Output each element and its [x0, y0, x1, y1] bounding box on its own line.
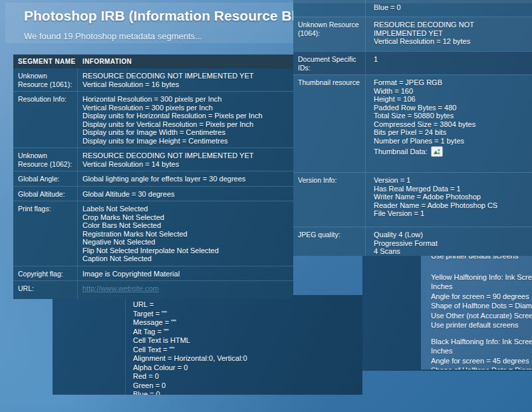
info-line: Alt Tag = "": [133, 328, 247, 337]
segment-name: Unknown Resource (1064):: [293, 17, 366, 51]
segment-info: Image is Copyrighted Material: [78, 266, 293, 281]
info-line: Angle for screen = 90 degrees: [431, 292, 532, 302]
column-header-segment-name: SEGMENT NAME: [13, 58, 78, 65]
segment-row: Unknown Resource (1061): RESOURCE DECODI…: [13, 68, 293, 91]
info-line: Alignment = Horizontal:0, Vertical:0: [133, 354, 247, 363]
info-line: Red = 0: [133, 372, 247, 381]
segment-row: Document Specific IDs: 1: [293, 51, 532, 74]
photoshop-irb-table: SEGMENT NAME INFORMATION Unknown Resourc…: [13, 54, 293, 299]
metadata-table-right: Blue = 0 Unknown Resource (1064): RESOUR…: [293, 0, 532, 256]
segment-name: URL:: [13, 281, 78, 299]
segment-info: RESOURCE DECODING NOT IMPLEMENTED YET Ve…: [78, 148, 293, 171]
info-line: Number of Planes = 1 bytes: [374, 137, 528, 146]
info-line: Use printer default screens: [431, 320, 532, 330]
segment-row: Unknown Resource (1064): RESOURCE DECODI…: [293, 17, 532, 51]
info-line: Yellow Halftoning Info: Ink Screen Frequ…: [431, 272, 532, 282]
info-line: RESOURCE DECODING NOT IMPLEMENTED YET: [374, 21, 528, 37]
yellow-halftone-group: Yellow Halftoning Info: Ink Screen Frequ…: [431, 272, 532, 330]
thumbnail-data-label: Thumbnail Data:: [374, 148, 428, 156]
info-line: Quality 4 (Low): [374, 231, 528, 239]
info-line: Total Size = 50880 bytes: [374, 112, 528, 120]
info-line: Blue = 0: [133, 390, 247, 395]
info-line: RESOURCE DECODING NOT IMPLEMENTED YET: [82, 72, 289, 80]
info-line: Vertical Resolution = 14 bytes: [82, 160, 289, 169]
segment-info: RESOURCE DECODING NOT IMPLEMENTED YET Ve…: [366, 17, 532, 51]
segment-name: Resolution Info:: [13, 92, 78, 148]
info-line: Target = "": [133, 310, 247, 319]
halftone-info-panel: Use printer default screens Yellow Halft…: [421, 247, 532, 369]
segment-row: Global Altitude: Global Altitude = 30 de…: [13, 186, 293, 201]
info-line: Writer Name = Adobe Photoshop: [374, 193, 528, 201]
info-line: Vertical Resolution = 16 bytes: [82, 80, 289, 89]
info-line: Caption Not Selected: [82, 255, 289, 263]
segment-info: http://www.website.com: [78, 281, 293, 299]
info-line: Cell Text is HTML: [133, 336, 247, 346]
segment-name: Document Specific IDs:: [293, 52, 366, 74]
info-line: RESOURCE DECODING NOT IMPLEMENTED YET: [82, 152, 289, 160]
info-line: Version = 1: [374, 176, 528, 185]
segment-info: Quality 4 (Low) Progressive Format 4 Sca…: [366, 227, 532, 256]
info-line: Blue = 0: [374, 3, 528, 12]
info-line: Display units for Image Width = Centimet…: [82, 128, 289, 137]
info-line: Global lighting angle for effects layer …: [82, 175, 289, 183]
segment-info: 1: [366, 52, 532, 74]
black-halftone-group: Black Halftoning Info: Ink Screen Freque…: [431, 337, 532, 370]
segment-name: Global Angle:: [13, 171, 78, 186]
info-line: Display units for Image Height = Centime…: [82, 137, 289, 146]
segment-name: JPEG quality:: [293, 227, 366, 256]
info-line: Horizontal Resolution = 300 pixels per I…: [82, 95, 289, 104]
info-line: Height = 106: [374, 95, 528, 104]
segment-row: Copyright flag: Image is Copyrighted Mat…: [13, 266, 293, 281]
thumbnail-data-line: Thumbnail Data:: [374, 146, 528, 157]
info-line: Image is Copyrighted Material: [82, 270, 289, 278]
thumbnail-image-icon[interactable]: [431, 146, 443, 157]
info-line: Bits per Pixel = 24 bits: [374, 128, 528, 137]
page-subtitle: We found 19 Photoshop metadata segments.…: [24, 31, 202, 41]
segment-row: Version Info: Version = 1 Has Real Merge…: [293, 172, 532, 227]
info-line: Labels Not Selected: [82, 205, 289, 213]
segment-row: Unknown Resource (1062): RESOURCE DECODI…: [13, 148, 293, 171]
segment-info: Global lighting angle for effects layer …: [78, 171, 293, 186]
column-divider: [125, 295, 126, 395]
info-line: Cell Text = "": [133, 346, 247, 355]
info-line: Inches: [431, 346, 532, 356]
segment-info: Horizontal Resolution = 300 pixels per I…: [78, 92, 293, 148]
segment-info: Global Altitude = 30 degrees: [78, 187, 293, 201]
segment-info: RESOURCE DECODING NOT IMPLEMENTED YET Ve…: [78, 68, 293, 91]
info-line: URL =: [133, 300, 247, 310]
page-title: Photoshop IRB (Information Resource Bloc…: [24, 8, 325, 24]
screen: Photoshop IRB (Information Resource Bloc…: [0, 0, 532, 412]
info-line: Color Bars Not Selected: [82, 221, 289, 230]
info-line: Green = 0: [133, 381, 247, 391]
info-line: Shape of Halftone Dots = Diamond: [431, 365, 532, 369]
segment-row: Thumbnail resource Format = JPEG RGB Wid…: [293, 74, 532, 172]
info-line: Shape of Halftone Dots = Diamond: [431, 301, 532, 311]
segment-row: JPEG quality: Quality 4 (Low) Progressiv…: [293, 227, 532, 256]
info-line: Progressive Format: [374, 239, 528, 248]
info-line: Global Altitude = 30 degrees: [82, 190, 289, 199]
segment-info: Format = JPEG RGB Width = 160 Height = 1…: [366, 75, 532, 172]
info-line: Registration Marks Not Selected: [82, 230, 289, 239]
segment-name: Unknown Resource (1062):: [13, 148, 78, 171]
info-line: Black Halftoning Info: Ink Screen Freque…: [431, 337, 532, 347]
slice-metadata-panel: URL = Target = "" Message = "" Alt Tag =…: [53, 295, 362, 395]
copyright-url-link[interactable]: http://www.website.com: [82, 284, 159, 292]
info-line: Width = 160: [374, 87, 528, 96]
info-line: Flip Not Selected Interpolate Not Select…: [82, 247, 289, 255]
segment-name: Copyright flag:: [13, 266, 78, 281]
info-line: 4 Scans: [374, 247, 528, 256]
info-line: Format = JPEG RGB: [374, 78, 528, 87]
info-line: Vertical Resolution = 12 bytes: [374, 37, 528, 46]
info-line: Alpha Colour = 0: [133, 363, 247, 373]
segment-info: Labels Not Selected Crop Marks Not Selec…: [78, 201, 293, 266]
slice-info-lines: URL = Target = "" Message = "" Alt Tag =…: [133, 300, 247, 395]
info-line: File Version = 1: [374, 209, 528, 218]
segment-name: Version Info:: [293, 173, 366, 227]
segment-info: Version = 1 Has Real Merged Data = 1 Wri…: [366, 173, 532, 227]
segment-row: Global Angle: Global lighting angle for …: [13, 171, 293, 186]
info-line: Vertical Resolution = 300 pixels per Inc…: [82, 104, 289, 112]
segment-name: Print flags:: [13, 201, 78, 266]
info-line: Inches: [431, 282, 532, 292]
info-line: Negative Not Selected: [82, 238, 289, 247]
info-line: Padded Row Bytes = 480: [374, 104, 528, 112]
